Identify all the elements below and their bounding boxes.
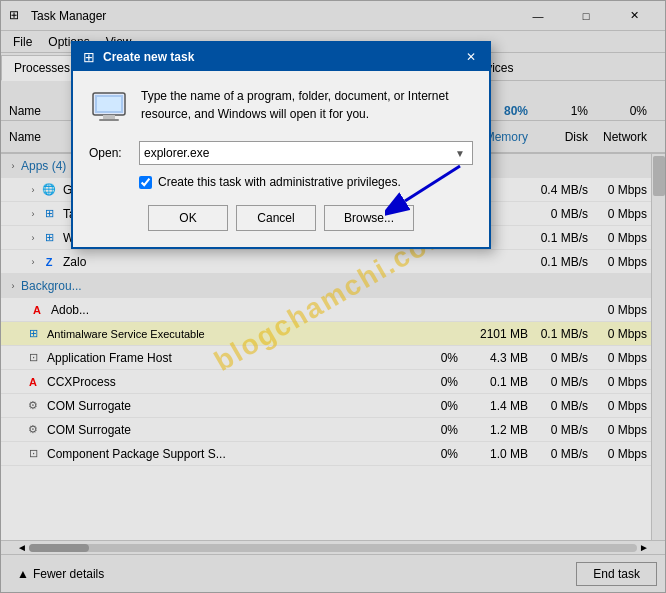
modal-dropdown-button[interactable]: ▼	[452, 145, 468, 161]
svg-rect-2	[103, 115, 115, 119]
modal-title-bar: ⊞ Create new task ✕	[73, 43, 489, 71]
modal-open-input[interactable]	[144, 146, 452, 160]
modal-checkbox-row: Create this task with administrative pri…	[89, 175, 473, 189]
svg-rect-3	[99, 119, 119, 121]
modal-open-input-wrapper: ▼	[139, 141, 473, 165]
modal-description-area: Type the name of a program, folder, docu…	[89, 87, 473, 127]
modal-open-label: Open:	[89, 146, 131, 160]
modal-cancel-button[interactable]: Cancel	[236, 205, 316, 231]
svg-rect-4	[97, 97, 121, 111]
task-manager-window: ⊞ Task Manager — □ ✕ File Options View P…	[0, 0, 666, 593]
modal-browse-button[interactable]: Browse...	[324, 205, 414, 231]
modal-overlay: ⊞ Create new task ✕	[1, 1, 665, 592]
modal-ok-button[interactable]: OK	[148, 205, 228, 231]
admin-privileges-checkbox[interactable]	[139, 176, 152, 189]
modal-title-icon: ⊞	[81, 49, 97, 65]
modal-close-button[interactable]: ✕	[461, 47, 481, 67]
modal-buttons: OK Cancel Browse...	[89, 205, 473, 231]
modal-description: Type the name of a program, folder, docu…	[141, 87, 473, 123]
modal-open-row: Open: ▼	[89, 141, 473, 165]
create-new-task-dialog: ⊞ Create new task ✕	[71, 41, 491, 249]
admin-privileges-label: Create this task with administrative pri…	[158, 175, 401, 189]
modal-title: Create new task	[103, 50, 461, 64]
modal-body: Type the name of a program, folder, docu…	[73, 71, 489, 247]
modal-large-icon	[89, 87, 129, 127]
